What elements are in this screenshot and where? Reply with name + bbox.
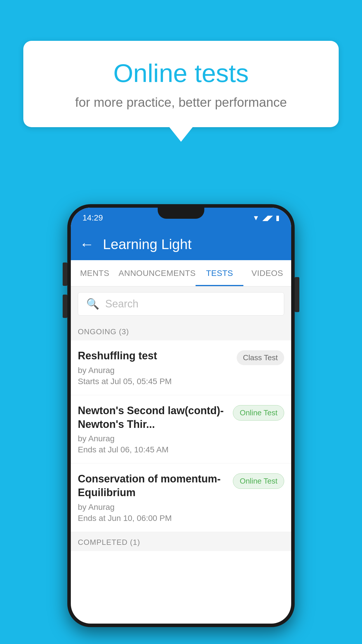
test-author-1: by Anurag bbox=[78, 366, 231, 375]
status-icons: ▼ ◢◤ ▮ bbox=[252, 214, 280, 222]
phone-screen: 14:29 ▼ ◢◤ ▮ ← Learning Light MENTS ANNO… bbox=[71, 208, 291, 624]
test-info-1: Reshuffling test by Anurag Starts at Jul… bbox=[78, 349, 237, 386]
test-badge-2: Online Test bbox=[233, 405, 284, 421]
test-time-3: Ends at Jun 10, 06:00 PM bbox=[78, 514, 227, 523]
test-time-1: Starts at Jul 05, 05:45 PM bbox=[78, 377, 231, 386]
test-info-2: Newton's Second law(contd)-Newton's Thir… bbox=[78, 404, 233, 455]
search-bar[interactable]: 🔍 Search bbox=[78, 292, 284, 316]
ongoing-section-header: ONGOING (3) bbox=[71, 321, 291, 340]
search-icon: 🔍 bbox=[86, 298, 99, 310]
volume-up-button[interactable] bbox=[63, 262, 67, 286]
bubble-title: Online tests bbox=[47, 58, 315, 88]
phone-container: 14:29 ▼ ◢◤ ▮ ← Learning Light MENTS ANNO… bbox=[67, 204, 295, 627]
completed-label: COMPLETED (1) bbox=[78, 538, 140, 547]
search-container: 🔍 Search bbox=[71, 286, 291, 321]
phone-frame: 14:29 ▼ ◢◤ ▮ ← Learning Light MENTS ANNO… bbox=[67, 204, 295, 627]
status-time: 14:29 bbox=[82, 213, 103, 223]
app-title: Learning Light bbox=[103, 236, 191, 252]
tabs-container: MENTS ANNOUNCEMENTS TESTS VIDEOS bbox=[71, 260, 291, 286]
battery-icon: ▮ bbox=[276, 214, 280, 222]
test-badge-3: Online Test bbox=[233, 473, 284, 489]
phone-notch bbox=[158, 204, 204, 219]
tab-ments[interactable]: MENTS bbox=[71, 260, 119, 286]
test-author-2: by Anurag bbox=[78, 434, 227, 443]
test-name-1: Reshuffling test bbox=[78, 349, 231, 363]
tab-videos[interactable]: VIDEOS bbox=[243, 260, 291, 286]
tab-tests[interactable]: TESTS bbox=[196, 260, 243, 286]
test-time-2: Ends at Jul 06, 10:45 AM bbox=[78, 445, 227, 454]
test-badge-1: Class Test bbox=[237, 350, 284, 365]
power-button[interactable] bbox=[295, 277, 299, 312]
speech-bubble: Online tests for more practice, better p… bbox=[23, 41, 339, 127]
test-name-3: Conservation of momentum-Equilibrium bbox=[78, 472, 227, 500]
completed-section: COMPLETED (1) bbox=[71, 532, 291, 551]
signal-icon: ◢◤ bbox=[262, 214, 273, 222]
test-item-conservation[interactable]: Conservation of momentum-Equilibrium by … bbox=[71, 463, 291, 532]
volume-down-button[interactable] bbox=[63, 295, 67, 318]
wifi-icon: ▼ bbox=[252, 214, 259, 222]
ongoing-label: ONGOING (3) bbox=[78, 327, 129, 336]
speech-bubble-section: Online tests for more practice, better p… bbox=[23, 41, 339, 142]
back-button[interactable]: ← bbox=[80, 236, 94, 253]
test-author-3: by Anurag bbox=[78, 503, 227, 512]
test-name-2: Newton's Second law(contd)-Newton's Thir… bbox=[78, 404, 227, 431]
tab-announcements[interactable]: ANNOUNCEMENTS bbox=[119, 260, 196, 286]
search-placeholder: Search bbox=[105, 298, 138, 310]
bubble-arrow bbox=[169, 127, 193, 142]
test-item-newton[interactable]: Newton's Second law(contd)-Newton's Thir… bbox=[71, 395, 291, 464]
bubble-subtitle: for more practice, better performance bbox=[47, 95, 315, 110]
test-info-3: Conservation of momentum-Equilibrium by … bbox=[78, 472, 233, 523]
test-item-reshuffling[interactable]: Reshuffling test by Anurag Starts at Jul… bbox=[71, 340, 291, 395]
test-list: Reshuffling test by Anurag Starts at Jul… bbox=[71, 340, 291, 532]
app-header: ← Learning Light bbox=[71, 228, 291, 260]
